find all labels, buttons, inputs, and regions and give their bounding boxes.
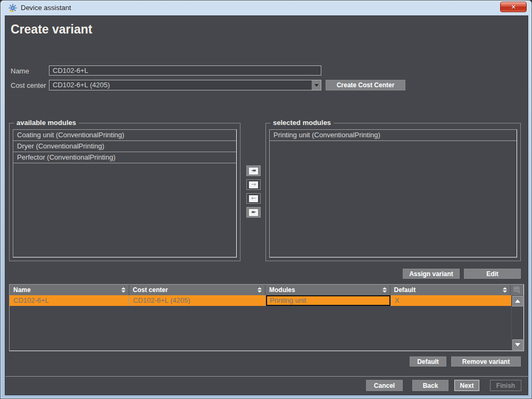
move-right-button[interactable]: → (246, 179, 261, 190)
list-item[interactable]: Perfector (ConventionalPrinting) (13, 152, 236, 163)
cost-center-label: Cost center (11, 81, 46, 89)
double-arrow-right-icon: ↠ (249, 168, 258, 174)
cost-center-dropdown-button[interactable] (311, 80, 321, 90)
list-item[interactable]: Dryer (ConventionalPrinting) (13, 141, 236, 152)
column-header-cost-center[interactable]: Cost center (129, 285, 265, 295)
page-title: Create variant (11, 22, 92, 37)
finish-button: Finish (490, 380, 521, 391)
available-modules-title: available modules (14, 119, 79, 127)
scroll-down-button[interactable] (512, 339, 523, 350)
sort-icon[interactable] (121, 287, 126, 293)
table-header: Name Cost center Modules Default (10, 285, 523, 295)
close-button[interactable]: ✕ (500, 2, 527, 12)
back-button[interactable]: Back (412, 380, 448, 391)
footer-divider (5, 376, 529, 377)
close-icon: ✕ (511, 4, 516, 11)
sort-icon[interactable] (383, 287, 387, 293)
scroll-up-icon (515, 300, 520, 303)
column-header-name[interactable]: Name (10, 285, 129, 295)
cell-cost-center[interactable]: CD102-6+L (4205) (129, 295, 266, 306)
titlebar[interactable]: Device assistant ✕ (1, 1, 531, 15)
arrow-left-icon: ← (249, 195, 258, 202)
available-modules-list: Coating unit (ConventionalPrinting) Drye… (13, 129, 237, 257)
sort-icon[interactable] (503, 287, 507, 293)
remove-variant-button[interactable]: Remove variant (451, 356, 521, 367)
name-input[interactable] (49, 65, 321, 76)
column-chooser-button[interactable] (511, 285, 523, 295)
client-area: Create variant Name Cost center CD102-6+… (5, 15, 528, 395)
selected-modules-list: Printing unit (ConventionalPrinting) (269, 129, 517, 257)
table-grid-icon (514, 287, 521, 293)
app-icon (9, 4, 17, 12)
table-row[interactable]: CD102-6+L CD102-6+L (4205) Printing unit… (10, 295, 511, 306)
selected-modules-group: selected modules Printing unit (Conventi… (265, 123, 521, 261)
cost-center-select[interactable]: CD102-6+L (4205) (49, 80, 321, 90)
move-all-left-button[interactable]: ↞ (246, 207, 261, 218)
column-header-modules[interactable]: Modules (265, 285, 390, 295)
chevron-down-icon (314, 84, 319, 87)
create-cost-center-button[interactable]: Create Cost Center (326, 80, 405, 90)
cell-modules[interactable]: Printing unit (266, 295, 391, 306)
available-modules-group: available modules Coating unit (Conventi… (9, 123, 240, 261)
cell-default[interactable]: X (391, 295, 511, 306)
move-left-button[interactable]: ← (246, 193, 261, 204)
double-arrow-left-icon: ↞ (249, 209, 258, 216)
edit-button[interactable]: Edit (464, 269, 521, 279)
cancel-button[interactable]: Cancel (366, 380, 403, 391)
cost-center-value: CD102-6+L (4205) (49, 80, 311, 90)
device-assistant-window: Device assistant ✕ Create variant Name C… (0, 0, 532, 399)
list-item[interactable]: Printing unit (ConventionalPrinting) (270, 130, 517, 141)
table-body: CD102-6+L CD102-6+L (4205) Printing unit… (10, 295, 511, 351)
variant-table: Name Cost center Modules Default (9, 284, 524, 351)
default-button[interactable]: Default (410, 356, 446, 367)
vertical-scrollbar[interactable] (511, 295, 523, 351)
move-all-right-button[interactable]: ↠ (246, 165, 261, 176)
sort-icon[interactable] (257, 287, 262, 293)
scroll-up-button[interactable] (512, 296, 523, 306)
scroll-down-icon (515, 343, 520, 346)
cell-name[interactable]: CD102-6+L (10, 295, 129, 306)
list-item[interactable]: Coating unit (ConventionalPrinting) (13, 130, 236, 141)
selected-modules-title: selected modules (270, 119, 334, 127)
next-button[interactable]: Next (454, 380, 479, 391)
window-title: Device assistant (21, 1, 71, 15)
column-header-default[interactable]: Default (390, 285, 511, 295)
arrow-right-icon: → (249, 181, 258, 188)
name-label: Name (11, 67, 29, 75)
assign-variant-button[interactable]: Assign variant (403, 269, 460, 279)
